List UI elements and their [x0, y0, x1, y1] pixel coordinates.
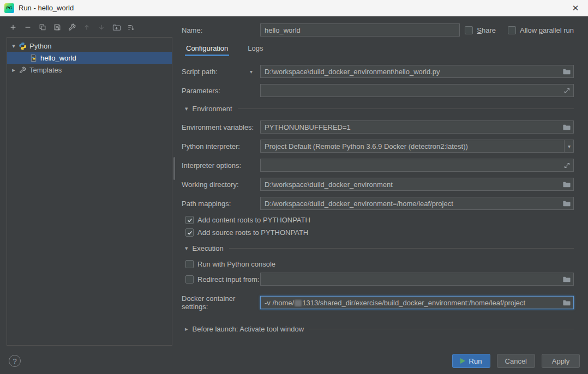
share-checkbox-box[interactable]	[465, 26, 473, 34]
script-path-value: D:\workspace\duild_docker_environment\he…	[265, 68, 559, 76]
cancel-button[interactable]: Cancel	[497, 354, 535, 368]
chevron-down-icon[interactable]: ▾	[9, 43, 18, 50]
folder-icon[interactable]	[562, 180, 571, 189]
folder-icon[interactable]	[562, 68, 571, 76]
tree-item-label: Templates	[29, 66, 62, 74]
before-launch-section-header[interactable]: ▸ Before launch: Activate tool window	[182, 325, 574, 333]
move-down-button[interactable]	[97, 23, 106, 32]
path-mappings-input[interactable]: D:/workspace/duild_docker_environment=/h…	[260, 197, 574, 210]
tree-item-hello-world[interactable]: hello_world	[7, 52, 172, 64]
chevron-down-icon[interactable]: ▾	[564, 140, 571, 152]
splitter-handle[interactable]	[173, 157, 175, 180]
path-mappings-label: Path mappings:	[182, 200, 260, 208]
share-checkbox[interactable]: Share	[465, 26, 496, 34]
run-button[interactable]: Run	[452, 354, 490, 368]
wrench-icon	[68, 23, 76, 31]
chevron-down-icon: ▾	[185, 105, 188, 112]
dialog-body: ▾ Python hello_	[0, 16, 588, 348]
docker-container-settings-input[interactable]: -v /home/1313/shared_dir/exercise/build_…	[260, 296, 574, 309]
chevron-down-icon[interactable]: ▾	[250, 69, 253, 75]
name-value: hello_world	[265, 26, 457, 34]
tree-item-python[interactable]: ▾ Python	[7, 40, 172, 52]
tab-bar: Configuration Logs	[182, 42, 574, 56]
chevron-down-icon: ▾	[185, 245, 188, 252]
panel-splitter[interactable]	[172, 16, 176, 348]
working-directory-input[interactable]: D:\workspace\duild_docker_environment	[260, 178, 574, 191]
folder-icon[interactable]	[562, 123, 571, 131]
tree-item-label: Python	[29, 42, 51, 50]
chevron-right-icon[interactable]: ▸	[9, 67, 18, 74]
tab-configuration[interactable]: Configuration	[185, 42, 229, 56]
apply-button[interactable]: Apply	[542, 354, 580, 368]
tree-item-label: hello_world	[40, 54, 76, 62]
copy-configuration-button[interactable]	[38, 23, 47, 32]
name-input[interactable]: hello_world	[260, 23, 460, 37]
redirect-input-cell: Redirect input from:	[182, 275, 260, 283]
python-interpreter-select[interactable]: Project Default (Remote Python 3.6.9 Doc…	[260, 140, 574, 153]
sort-configurations-button[interactable]	[127, 23, 135, 32]
before-launch-label: Before launch: Activate tool window	[193, 325, 304, 333]
move-up-button[interactable]	[82, 23, 91, 32]
allow-parallel-run-checkbox-box[interactable]	[508, 26, 516, 34]
add-content-roots-checkbox-box[interactable]	[185, 216, 194, 224]
expand-field-icon[interactable]	[563, 87, 571, 94]
name-label: Name:	[182, 26, 260, 34]
remove-configuration-button[interactable]	[23, 23, 32, 32]
redirect-input-input[interactable]	[260, 273, 574, 286]
new-folder-icon	[112, 23, 121, 32]
minus-icon	[24, 23, 32, 31]
environment-variables-row: Environment variables: PYTHONUNBUFFERED=…	[182, 120, 574, 134]
title-bar: PC Run - hello_world ✕	[0, 0, 588, 16]
run-with-python-console-checkbox-box[interactable]	[185, 260, 194, 268]
configurations-tree: ▾ Python hello_	[7, 37, 172, 346]
script-path-input[interactable]: D:\workspace\duild_docker_environment\he…	[260, 65, 574, 78]
section-rule	[238, 108, 574, 109]
allow-parallel-run-label: Allow parallel run	[520, 26, 574, 34]
new-folder-button[interactable]	[112, 23, 121, 32]
help-button[interactable]: ?	[9, 355, 21, 367]
configuration-form: Name: hello_world Share Allow parallel r…	[176, 16, 588, 348]
add-content-roots-checkbox[interactable]: Add content roots to PYTHONPATH	[185, 216, 310, 224]
environment-section-header[interactable]: ▾ Environment	[182, 105, 574, 113]
run-with-python-console-checkbox[interactable]: Run with Python console	[185, 260, 275, 268]
working-directory-label: Working directory:	[182, 180, 260, 189]
python-logo-icon	[18, 41, 27, 50]
python-file-icon	[29, 53, 38, 62]
folder-icon[interactable]	[562, 200, 571, 208]
execution-section-label: Execution	[193, 244, 224, 252]
folder-icon[interactable]	[562, 299, 571, 307]
expand-field-icon[interactable]	[563, 162, 571, 169]
chevron-right-icon: ▸	[185, 325, 188, 333]
header-checkboxes: Share Allow parallel run	[465, 26, 574, 34]
folder-icon[interactable]	[562, 275, 571, 283]
add-source-roots-checkbox[interactable]: Add source roots to PYTHONPATH	[185, 228, 308, 237]
wrench-icon	[18, 65, 27, 74]
environment-variables-input[interactable]: PYTHONUNBUFFERED=1	[260, 120, 574, 134]
save-icon	[53, 23, 61, 31]
share-label: Share	[477, 26, 496, 34]
arrow-down-icon	[98, 23, 105, 31]
interpreter-options-input[interactable]	[260, 159, 574, 172]
copy-icon	[39, 23, 46, 31]
add-source-roots-label: Add source roots to PYTHONPATH	[197, 228, 308, 237]
redirect-input-checkbox-box[interactable]	[185, 275, 194, 283]
save-configuration-button[interactable]	[53, 23, 62, 32]
tree-item-templates[interactable]: ▸ Templates	[7, 64, 172, 76]
tab-logs[interactable]: Logs	[247, 42, 264, 56]
arrow-up-icon	[83, 23, 91, 31]
python-interpreter-value: Project Default (Remote Python 3.6.9 Doc…	[265, 142, 561, 150]
allow-parallel-run-checkbox[interactable]: Allow parallel run	[508, 26, 574, 34]
interpreter-options-label: Interpreter options:	[182, 161, 260, 170]
parameters-input[interactable]	[260, 84, 574, 97]
environment-variables-value: PYTHONUNBUFFERED=1	[265, 123, 559, 131]
script-path-label: Script path: ▾	[182, 68, 260, 76]
edit-templates-button[interactable]	[68, 23, 76, 32]
close-icon[interactable]: ✕	[568, 3, 583, 13]
dialog-footer: ? Run Cancel Apply	[0, 348, 588, 374]
add-configuration-button[interactable]	[9, 23, 17, 32]
add-source-roots-checkbox-box[interactable]	[185, 228, 194, 237]
python-interpreter-row: Python interpreter: Project Default (Rem…	[182, 140, 574, 153]
execution-section-header[interactable]: ▾ Execution	[182, 244, 574, 252]
redirect-input-checkbox[interactable]: Redirect input from:	[185, 275, 259, 283]
configurations-panel: ▾ Python hello_	[0, 16, 172, 348]
